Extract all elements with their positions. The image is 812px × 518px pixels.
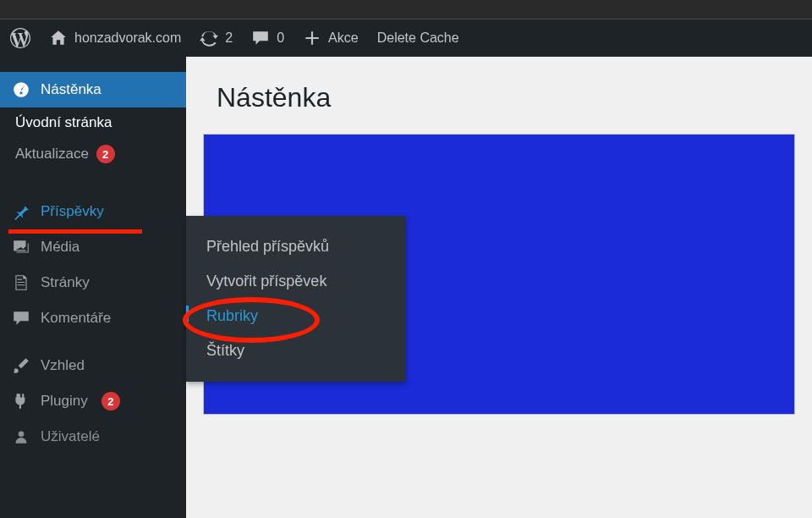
menu-plugins[interactable]: Pluginy 2 [0, 383, 186, 419]
menu-dashboard[interactable]: Nástěnka [0, 72, 186, 107]
menu-media-label: Média [41, 239, 80, 256]
home-icon [49, 29, 68, 47]
users-icon [12, 427, 30, 446]
posts-flyout: Přehled příspěvků Vytvořit příspěvek Rub… [186, 216, 406, 382]
menu-pages[interactable]: Stránky [0, 265, 186, 300]
new-label: Akce [328, 30, 359, 46]
menu-plugins-label: Pluginy [41, 393, 88, 410]
pages-icon [12, 273, 30, 292]
dashboard-submenu: Úvodní stránka Aktualizace 2 [0, 107, 186, 182]
menu-comments[interactable]: Komentáře [0, 300, 186, 336]
updates-count: 2 [225, 30, 233, 46]
submenu-updates[interactable]: Aktualizace 2 [12, 138, 186, 170]
menu-users-label: Uživatelé [41, 428, 100, 445]
site-link[interactable]: honzadvorak.com [49, 29, 181, 47]
menu-users[interactable]: Uživatelé [0, 419, 186, 455]
menu-appearance-label: Vzhled [41, 357, 85, 374]
pin-icon [12, 202, 30, 221]
browser-chrome [0, 0, 812, 19]
comment-icon [251, 29, 270, 47]
comments-icon [12, 309, 30, 328]
menu-appearance[interactable]: Vzhled [0, 348, 186, 383]
comments-link[interactable]: 0 [251, 29, 284, 47]
menu-comments-label: Komentáře [41, 310, 111, 327]
brush-icon [12, 356, 30, 375]
menu-posts-label: Příspěvky [41, 203, 104, 220]
delete-cache-label: Delete Cache [377, 30, 459, 46]
comments-count: 0 [277, 30, 284, 46]
wp-logo[interactable] [10, 28, 30, 48]
new-content-link[interactable]: Akce [303, 29, 359, 47]
flyout-tags[interactable]: Štítky [186, 333, 406, 368]
refresh-icon [200, 29, 218, 47]
sidebar: Nástěnka Úvodní stránka Aktualizace 2 Př… [0, 57, 186, 518]
menu-dashboard-label: Nástěnka [41, 81, 102, 98]
delete-cache-link[interactable]: Delete Cache [377, 30, 459, 46]
flyout-all-posts[interactable]: Přehled příspěvků [186, 229, 406, 264]
updates-badge: 2 [96, 145, 115, 163]
wordpress-icon [10, 28, 30, 48]
menu-pages-label: Stránky [41, 274, 90, 291]
plug-icon [12, 392, 30, 411]
submenu-home[interactable]: Úvodní stránka [12, 107, 186, 138]
plugins-badge: 2 [102, 392, 120, 411]
admin-bar: honzadvorak.com 2 0 Akce Delete Cache [0, 19, 812, 57]
flyout-new-post[interactable]: Vytvořit příspěvek [186, 264, 406, 299]
page-title: Nástěnka [186, 57, 812, 134]
layout: Nástěnka Úvodní stránka Aktualizace 2 Př… [0, 57, 812, 518]
media-icon [12, 238, 30, 256]
plus-icon [303, 29, 321, 47]
flyout-categories[interactable]: Rubriky [186, 299, 406, 333]
menu-media[interactable]: Média [0, 229, 186, 265]
submenu-updates-label: Aktualizace [15, 146, 89, 162]
site-name: honzadvorak.com [74, 30, 181, 46]
menu-posts[interactable]: Příspěvky [0, 194, 186, 229]
dashboard-icon [12, 80, 30, 99]
updates-link[interactable]: 2 [200, 29, 233, 47]
